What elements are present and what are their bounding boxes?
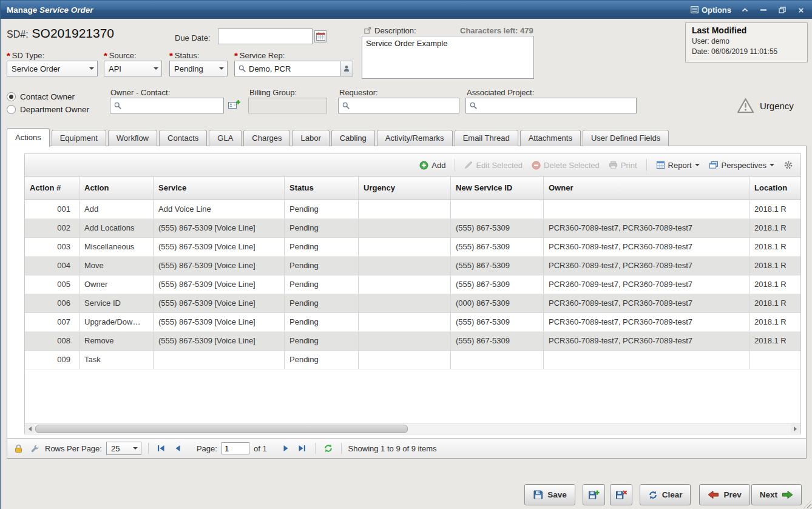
urgency-indicator: Urgency — [737, 98, 794, 113]
perspectives-dropdown-button[interactable]: Perspectives — [709, 161, 774, 170]
column-header-new-service-id[interactable]: New Service ID — [451, 177, 544, 200]
grid-cell: 008 — [25, 332, 80, 350]
description-textarea[interactable]: Service Order Example — [362, 36, 534, 79]
grid-cell — [359, 238, 451, 256]
next-button[interactable]: Next — [751, 484, 802, 505]
prev-page-button[interactable] — [172, 442, 184, 454]
collapse-button[interactable] — [739, 4, 750, 15]
status-select[interactable]: Pending — [169, 61, 228, 76]
print-button[interactable]: Print — [609, 161, 637, 170]
save-label: Save — [547, 490, 567, 499]
rows-per-page-select[interactable]: 25 — [106, 442, 141, 455]
tab-user-defined-fields[interactable]: User Defined Fields — [583, 130, 669, 146]
table-row[interactable]: 005Owner(555) 867-5309 [Voice Line]Pendi… — [25, 275, 801, 294]
save-close-button[interactable] — [610, 484, 632, 505]
horizontal-scrollbar[interactable] — [25, 423, 800, 434]
minimize-button[interactable] — [758, 4, 769, 15]
owner-contact-label: Owner - Contact: — [110, 88, 170, 97]
grid-cell: (555) 867-5309 [Voice Line] — [154, 219, 285, 237]
calendar-button[interactable] — [314, 30, 326, 42]
scrollbar-track[interactable] — [35, 424, 791, 434]
chevron-down-icon — [219, 67, 224, 72]
tab-gla[interactable]: GLA — [209, 130, 242, 146]
grid-settings-button[interactable] — [783, 160, 793, 170]
column-header-service[interactable]: Service — [154, 177, 285, 200]
table-row[interactable]: 003Miscellaneous(555) 867-5309 [Voice Li… — [25, 238, 801, 257]
grid-cell: Pending — [285, 275, 359, 294]
add-button[interactable]: Add — [419, 161, 445, 170]
options-button[interactable]: Options — [691, 5, 731, 15]
save-new-icon — [588, 490, 600, 500]
contact-owner-radio[interactable]: Contact Owner — [7, 92, 75, 101]
table-row[interactable]: 002Add Locations(555) 867-5309 [Voice Li… — [25, 219, 801, 238]
tab-actions[interactable]: Actions — [7, 128, 50, 147]
table-row[interactable]: 008Remove(555) 867-5309 [Voice Line]Pend… — [25, 332, 801, 351]
tab-labor[interactable]: Labor — [292, 130, 329, 146]
department-owner-radio[interactable]: Department Owner — [7, 105, 89, 114]
tab-cabling[interactable]: Cabling — [331, 130, 375, 146]
required-icon: * — [7, 50, 10, 61]
requestor-input[interactable] — [338, 98, 459, 113]
column-header-location[interactable]: Location — [749, 177, 801, 200]
close-button[interactable]: × — [796, 4, 807, 15]
last-page-icon — [298, 445, 306, 452]
owner-contact-input[interactable] — [110, 98, 224, 113]
contact-add-button[interactable] — [228, 99, 241, 113]
associated-project-input[interactable] — [465, 98, 637, 113]
next-page-button[interactable] — [280, 442, 292, 454]
column-header-status[interactable]: Status — [285, 177, 359, 200]
pager-bar: Rows Per Page: 25 Page: of 1 Showing 1 t… — [7, 438, 806, 458]
showing-items-text: Showing 1 to 9 of 9 items — [348, 444, 437, 453]
restore-button[interactable] — [777, 4, 788, 15]
sd-type-select[interactable]: Service Order — [7, 61, 98, 76]
clear-button[interactable]: Clear — [640, 484, 691, 505]
table-row[interactable]: 007Upgrade/Dow…(555) 867-5309 [Voice Lin… — [25, 313, 801, 332]
page-input[interactable] — [222, 442, 249, 454]
table-row[interactable]: 009TaskPending — [25, 351, 801, 369]
service-rep-picker-button[interactable] — [340, 61, 353, 76]
column-header-action[interactable]: Action — [80, 177, 154, 200]
prev-button[interactable]: Prev — [699, 484, 749, 505]
table-row[interactable]: 001AddAdd Voice LinePending2018.1 R — [25, 200, 801, 219]
table-row[interactable]: 004Move(555) 867-5309 [Voice Line]Pendin… — [25, 257, 801, 275]
restore-icon — [779, 7, 786, 13]
last-page-button[interactable] — [296, 442, 308, 454]
report-dropdown-button[interactable]: Report — [656, 161, 700, 170]
perspectives-label: Perspectives — [722, 161, 766, 170]
tab-workflow[interactable]: Workflow — [108, 130, 157, 146]
grid-cell: 2018.1 R — [749, 332, 801, 350]
sd-number: SD#: SO201921370 — [7, 26, 114, 41]
edit-selected-button[interactable]: Edit Selected — [464, 161, 523, 170]
column-header-owner[interactable]: Owner — [544, 177, 749, 200]
source-select[interactable]: API — [104, 61, 162, 76]
table-row[interactable]: 006Service ID(555) 867-5309 [Voice Line]… — [25, 294, 801, 313]
tab-charges[interactable]: Charges — [243, 130, 290, 146]
tab-email-thread[interactable]: Email Thread — [455, 130, 518, 146]
scroll-left-button[interactable] — [25, 424, 35, 433]
last-modified-box: Last Modified User: demo Date: 06/06/201… — [685, 22, 808, 62]
first-page-button[interactable] — [155, 442, 167, 454]
prev-page-icon — [175, 445, 181, 452]
scrollbar-thumb[interactable] — [35, 425, 408, 433]
save-button[interactable]: Save — [524, 484, 575, 505]
grid-cell: Pending — [285, 313, 359, 331]
due-date-input[interactable] — [218, 29, 313, 44]
tab-activity-remarks[interactable]: Activity/Remarks — [377, 130, 453, 146]
tab-contacts[interactable]: Contacts — [159, 130, 207, 146]
refresh-button[interactable] — [322, 442, 334, 454]
tab-attachments[interactable]: Attachments — [520, 130, 581, 146]
column-header-action[interactable]: Action # — [25, 177, 80, 200]
lock-columns-button[interactable] — [12, 442, 24, 454]
sd-type-value: Service Order — [12, 64, 60, 73]
grid-cell: Pending — [285, 294, 359, 312]
column-header-urgency[interactable]: Urgency — [359, 177, 451, 200]
service-rep-input[interactable]: Demo, PCR — [234, 61, 353, 76]
resize-grip[interactable] — [804, 501, 811, 508]
grid-tools-button[interactable] — [29, 442, 41, 454]
due-date-field[interactable] — [222, 32, 308, 42]
scroll-right-button[interactable] — [791, 424, 800, 433]
options-icon — [691, 6, 699, 13]
tab-equipment[interactable]: Equipment — [52, 130, 106, 146]
delete-selected-button[interactable]: Delete Selected — [532, 161, 600, 170]
save-new-button[interactable] — [583, 484, 605, 505]
